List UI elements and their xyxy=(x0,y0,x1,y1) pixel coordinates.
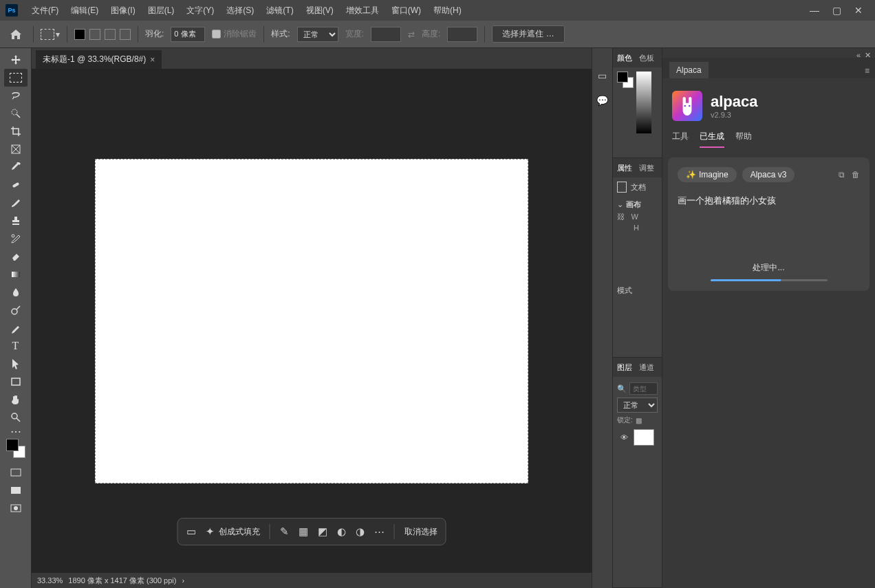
alpaca-logo-icon xyxy=(672,91,702,121)
svg-point-13 xyxy=(689,105,691,107)
model-chip[interactable]: Alpaca v3 xyxy=(742,167,795,182)
layer-row[interactable]: 👁 xyxy=(617,426,658,448)
visibility-toggle-icon[interactable]: 👁 xyxy=(618,433,629,442)
history-panel-icon[interactable]: ▭ xyxy=(596,69,609,83)
window-maximize-button[interactable]: ▢ xyxy=(825,4,847,17)
close-panel-icon[interactable]: ✕ xyxy=(865,51,871,60)
canvas[interactable] xyxy=(95,159,528,483)
quick-select-tool[interactable] xyxy=(4,105,28,122)
menu-filter[interactable]: 滤镜(T) xyxy=(261,2,299,19)
menu-plugins[interactable]: 增效工具 xyxy=(341,2,385,19)
menu-image[interactable]: 图像(I) xyxy=(105,2,140,19)
tab-color[interactable]: 颜色 xyxy=(617,53,632,63)
move-tool[interactable] xyxy=(4,51,28,69)
style-select[interactable]: 正常 xyxy=(297,27,338,42)
menu-layer[interactable]: 图层(L) xyxy=(142,2,180,19)
menu-window[interactable]: 窗口(W) xyxy=(386,2,426,19)
copy-icon[interactable]: ⧉ xyxy=(839,170,845,179)
marquee-tool[interactable] xyxy=(4,69,28,87)
pen-tool[interactable] xyxy=(4,319,28,337)
chevron-right-icon[interactable]: › xyxy=(182,576,184,585)
brush-tool[interactable] xyxy=(4,194,28,212)
screen-mode-full[interactable] xyxy=(4,481,28,499)
invert-icon[interactable]: ◑ xyxy=(356,525,365,538)
document-tab[interactable]: 未标题-1 @ 33.3%(RGB/8#) × xyxy=(36,50,162,69)
zoom-level[interactable]: 33.33% xyxy=(37,576,63,585)
mask-icon[interactable]: ◩ xyxy=(318,525,327,538)
home-button[interactable] xyxy=(6,25,26,44)
color-picker-strip[interactable] xyxy=(636,72,651,133)
alpaca-panel: « ✕ Alpaca ≡ alpaca v2.9.3 工具 已生成 帮助 ✨ xyxy=(662,48,875,588)
crop-tool[interactable] xyxy=(4,122,28,140)
frame-tool[interactable] xyxy=(4,140,28,158)
deselect-button[interactable]: 取消选择 xyxy=(404,526,438,538)
zoom-tool[interactable] xyxy=(4,409,28,426)
adjust-icon[interactable]: ◐ xyxy=(337,525,346,538)
eyedropper-tool[interactable] xyxy=(4,158,28,176)
stamp-tool[interactable] xyxy=(4,212,28,230)
path-select-tool[interactable] xyxy=(4,355,28,373)
imagine-chip[interactable]: ✨ Imagine xyxy=(678,167,737,182)
svg-point-12 xyxy=(684,105,687,107)
collapse-panel-icon[interactable]: « xyxy=(856,51,861,60)
blur-tool[interactable] xyxy=(4,283,28,301)
link-icon[interactable]: ⛓ xyxy=(617,213,625,221)
type-tool[interactable]: T xyxy=(4,337,28,355)
alpaca-tab-tools[interactable]: 工具 xyxy=(672,131,689,148)
more-icon[interactable]: ⋯ xyxy=(374,525,385,538)
edit-toolbar-button[interactable]: ⋯ xyxy=(4,426,28,436)
alpaca-tab-generated[interactable]: 已生成 xyxy=(700,131,724,148)
shape-tool[interactable] xyxy=(4,373,28,391)
selection-add-icon[interactable] xyxy=(89,29,100,40)
tab-properties[interactable]: 属性 xyxy=(617,163,632,173)
feather-label: 羽化: xyxy=(145,28,164,40)
chevron-down-icon: ⌄ xyxy=(617,200,623,209)
eraser-tool[interactable] xyxy=(4,248,28,265)
tab-swatches[interactable]: 色板 xyxy=(639,53,654,63)
panel-menu-icon[interactable]: ≡ xyxy=(859,63,875,78)
color-fg-bg-swatch[interactable] xyxy=(617,72,634,88)
feather-input[interactable] xyxy=(171,27,205,42)
comments-panel-icon[interactable]: 💬 xyxy=(596,94,609,107)
history-brush-tool[interactable] xyxy=(4,230,28,248)
selection-subtract-icon[interactable] xyxy=(105,29,116,40)
svg-point-7 xyxy=(12,413,17,419)
gradient-tool[interactable] xyxy=(4,265,28,283)
quick-mask-button[interactable] xyxy=(4,499,28,517)
window-close-button[interactable]: ✕ xyxy=(847,4,869,17)
document-tab-title: 未标题-1 @ 33.3%(RGB/8#) xyxy=(43,54,146,65)
selection-intersect-icon[interactable] xyxy=(120,29,131,40)
window-minimize-button[interactable]: — xyxy=(803,4,825,17)
fill-icon[interactable]: ▦ xyxy=(299,525,308,538)
selection-new-icon[interactable] xyxy=(74,29,85,40)
alpaca-panel-tab[interactable]: Alpaca xyxy=(669,62,709,78)
hand-tool[interactable] xyxy=(4,391,28,409)
layer-filter-input[interactable] xyxy=(629,382,658,395)
alpaca-tab-help[interactable]: 帮助 xyxy=(735,131,752,148)
layer-thumbnail[interactable] xyxy=(634,429,654,446)
close-icon[interactable]: × xyxy=(150,55,155,65)
foreground-background-swatch[interactable] xyxy=(6,439,25,458)
svg-rect-4 xyxy=(12,272,20,277)
delete-icon[interactable]: 🗑 xyxy=(852,170,860,179)
lock-all-icon[interactable]: ▩ xyxy=(636,417,642,424)
marquee-tool-preset[interactable]: ▾ xyxy=(41,29,60,40)
menu-view[interactable]: 视图(V) xyxy=(301,2,339,19)
tab-adjustments[interactable]: 调整 xyxy=(639,163,654,173)
tab-channels[interactable]: 通道 xyxy=(639,362,654,373)
canvas-section-header[interactable]: ⌄ 画布 xyxy=(617,199,658,210)
tab-layers[interactable]: 图层 xyxy=(617,362,632,373)
menu-type[interactable]: 文字(Y) xyxy=(181,2,219,19)
select-and-mask-button[interactable]: 选择并遮住 … xyxy=(492,25,564,43)
screen-mode-standard[interactable] xyxy=(4,464,28,481)
menu-help[interactable]: 帮助(H) xyxy=(428,2,467,19)
lasso-tool[interactable] xyxy=(4,87,28,105)
dodge-tool[interactable] xyxy=(4,301,28,319)
menu-select[interactable]: 选择(S) xyxy=(221,2,259,19)
blend-mode-select[interactable]: 正常 xyxy=(617,398,658,413)
brush-icon[interactable]: ✎ xyxy=(280,525,289,538)
heal-tool[interactable] xyxy=(4,176,28,194)
menu-file[interactable]: 文件(F) xyxy=(26,2,64,19)
generative-fill-button[interactable]: ✦ 创成式填充 xyxy=(206,525,260,538)
menu-edit[interactable]: 编辑(E) xyxy=(65,2,104,19)
